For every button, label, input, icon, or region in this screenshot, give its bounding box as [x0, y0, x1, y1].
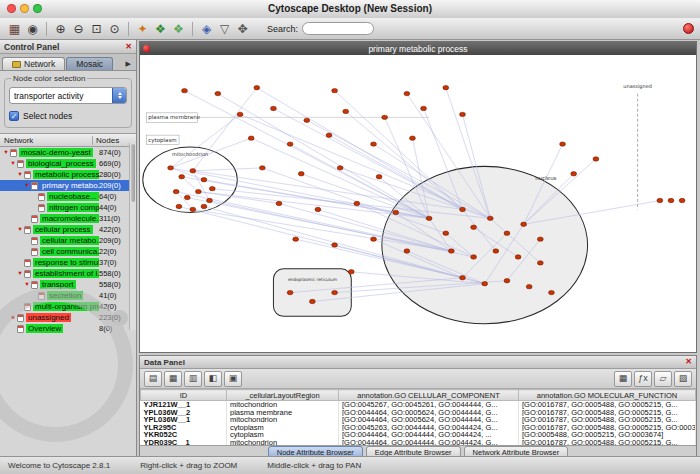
table-row[interactable]: YKR052Ccytoplasm[GO:0044464, GO:0044444,… — [141, 431, 696, 439]
tree-item[interactable]: ▼establishment of l...558(0) — [0, 268, 136, 279]
network-edge[interactable] — [251, 138, 429, 218]
network-graph[interactable]: plasma membranecytoplasmmitochondrionnuc… — [140, 55, 696, 352]
new-attribute-icon[interactable]: ▦ — [164, 371, 182, 387]
network-node[interactable] — [190, 207, 196, 211]
minimize-button[interactable] — [20, 4, 29, 13]
network-node[interactable] — [254, 85, 260, 89]
network-node[interactable] — [460, 207, 466, 211]
network-create-icon[interactable]: ❖ — [170, 20, 187, 37]
network-edge[interactable] — [273, 108, 462, 209]
table-row[interactable]: YPL036W__2plasma membrane[GO:0044464, GO… — [141, 409, 696, 417]
tab-overflow-arrow-icon[interactable]: ▶ — [126, 60, 134, 70]
column-header[interactable]: annotation.GO CELLULAR_COMPONENT — [339, 390, 519, 401]
network-node[interactable] — [382, 115, 388, 119]
network-node[interactable] — [460, 276, 466, 280]
network-node[interactable] — [537, 261, 543, 265]
delete-attribute-icon[interactable]: ▥ — [184, 371, 202, 387]
network-node[interactable] — [493, 249, 499, 253]
network-node[interactable] — [287, 142, 293, 146]
zoom-fit-icon[interactable]: ⊙ — [106, 20, 123, 37]
network-node[interactable] — [309, 299, 315, 303]
network-node[interactable] — [521, 222, 527, 226]
network-node[interactable] — [207, 198, 213, 202]
network-node[interactable] — [343, 109, 349, 113]
network-node[interactable] — [182, 88, 188, 92]
network-node[interactable] — [504, 231, 510, 235]
expand-arrow-icon[interactable]: ▼ — [16, 227, 24, 233]
expand-arrow-icon[interactable]: ▼ — [2, 150, 10, 156]
network-node[interactable] — [560, 142, 566, 146]
network-overview-icon[interactable]: ❖ — [152, 20, 169, 37]
map-attributes-icon[interactable]: ▨ — [674, 371, 692, 387]
network-node[interactable] — [487, 216, 493, 220]
table-row[interactable]: YJR121W__1mitochondrion[GO:0045267, GO:0… — [141, 401, 696, 409]
network-node[interactable] — [571, 172, 577, 176]
tree-item[interactable]: ▼biological_process669(0) — [0, 158, 136, 169]
network-node[interactable] — [471, 225, 477, 229]
network-node[interactable] — [298, 172, 304, 176]
network-node[interactable] — [179, 175, 185, 179]
network-node[interactable] — [190, 169, 196, 173]
expand-arrow-icon[interactable]: ▼ — [23, 183, 31, 189]
network-node[interactable] — [371, 142, 377, 146]
tab-network[interactable]: Network — [2, 57, 65, 70]
expand-arrow-icon[interactable]: ▼ — [16, 172, 24, 178]
zoom-region-icon[interactable]: ⊡ — [88, 20, 105, 37]
network-node[interactable] — [348, 270, 354, 274]
network-node[interactable] — [201, 178, 207, 182]
column-header[interactable]: ID — [141, 390, 227, 401]
notification-badge-icon[interactable] — [683, 23, 694, 34]
network-node[interactable] — [332, 243, 338, 247]
expand-arrow-icon[interactable]: ▼ — [9, 161, 17, 167]
network-node[interactable] — [504, 279, 510, 283]
tree-scrollbar[interactable] — [129, 143, 136, 330]
grid-icon[interactable]: ▦ — [614, 371, 632, 387]
network-node[interactable] — [195, 189, 201, 193]
network-node[interactable] — [248, 136, 254, 140]
network-edge[interactable] — [346, 111, 463, 209]
network-node[interactable] — [337, 166, 343, 170]
select-attributes-icon[interactable]: ▤ — [144, 371, 162, 387]
tree-item[interactable]: nitrogen compo...44(0) — [0, 202, 136, 213]
tree-item[interactable]: cellular metabo...209(0) — [0, 235, 136, 246]
open-folder-icon[interactable]: ▱ — [654, 371, 672, 387]
tree-item[interactable]: macromolecule...311(0) — [0, 213, 136, 224]
network-node[interactable] — [404, 91, 410, 95]
network-node[interactable] — [426, 216, 432, 220]
network-node[interactable] — [443, 85, 449, 89]
color-attribute-dropdown[interactable]: transporter activity — [9, 87, 127, 104]
network-node[interactable] — [471, 255, 477, 259]
table-row[interactable]: YLR295Ccytoplasm[GO:0045263, GO:0044444,… — [141, 424, 696, 432]
network-node[interactable] — [293, 237, 299, 241]
network-node[interactable] — [526, 284, 532, 288]
zoom-button[interactable] — [33, 4, 42, 13]
network-canvas[interactable]: plasma membranecytoplasmmitochondrionnuc… — [140, 55, 696, 352]
layout-icon[interactable]: ✥ — [234, 20, 251, 37]
network-node[interactable] — [410, 136, 416, 140]
network-node[interactable] — [332, 88, 338, 92]
tree-item[interactable]: response to stimul...37(0) — [0, 257, 136, 268]
zoom-in-icon[interactable]: ⊕ — [52, 20, 69, 37]
search-input[interactable] — [302, 22, 374, 35]
network-node[interactable] — [393, 210, 399, 214]
network-node[interactable] — [326, 133, 332, 137]
network-node[interactable] — [443, 231, 449, 235]
tree-item[interactable]: ▼mosaic-demo-yeast874(0) — [0, 147, 136, 158]
scrollbar-thumb[interactable] — [131, 144, 135, 202]
network-node[interactable] — [315, 207, 321, 211]
tab-mosaic[interactable]: Mosaic — [66, 57, 113, 70]
select-all-icon[interactable]: ◧ — [204, 371, 222, 387]
network-node[interactable] — [271, 106, 277, 110]
network-node[interactable] — [404, 249, 410, 253]
network-node[interactable] — [176, 204, 182, 208]
tree-item[interactable]: ▼metabolic process280(0) — [0, 169, 136, 180]
network-node[interactable] — [460, 112, 466, 116]
network-node[interactable] — [515, 255, 521, 259]
network-node[interactable] — [209, 186, 215, 190]
network-edge[interactable] — [218, 94, 429, 219]
zoom-out-icon[interactable]: ⊖ — [70, 20, 87, 37]
console-icon[interactable]: ▦ — [6, 20, 23, 37]
select-nodes-checkbox[interactable]: ✓ — [9, 111, 19, 121]
network-node[interactable] — [168, 166, 174, 170]
network-node[interactable] — [332, 290, 338, 294]
